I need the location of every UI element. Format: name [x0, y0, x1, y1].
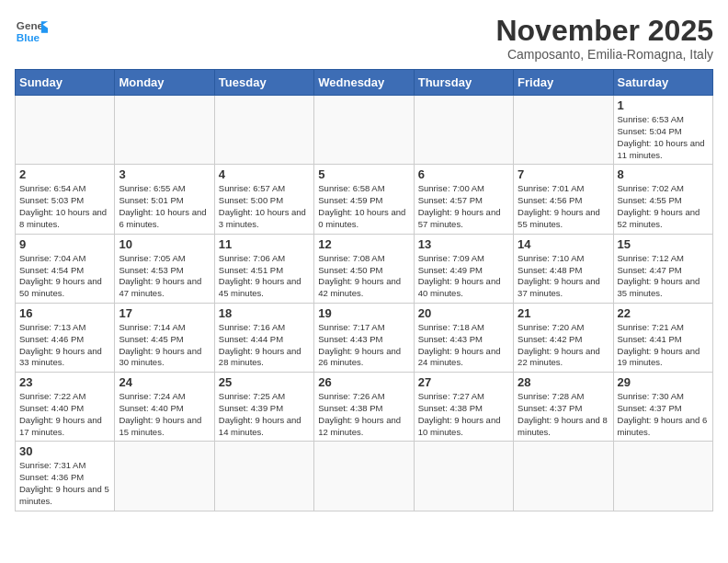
logo-icon: General Blue [15, 15, 48, 48]
calendar-cell: 11Sunrise: 7:06 AM Sunset: 4:51 PM Dayli… [214, 234, 313, 303]
day-info: Sunrise: 7:04 AM Sunset: 4:54 PM Dayligh… [19, 253, 110, 300]
day-info: Sunrise: 7:12 AM Sunset: 4:47 PM Dayligh… [618, 253, 709, 300]
calendar-cell: 9Sunrise: 7:04 AM Sunset: 4:54 PM Daylig… [16, 234, 115, 303]
calendar-cell: 14Sunrise: 7:10 AM Sunset: 4:48 PM Dayli… [514, 234, 613, 303]
calendar-cell [414, 442, 513, 511]
calendar: Sunday Monday Tuesday Wednesday Thursday… [15, 69, 713, 511]
day-number: 3 [119, 167, 210, 181]
day-info: Sunrise: 7:08 AM Sunset: 4:50 PM Dayligh… [318, 253, 409, 300]
calendar-cell [314, 96, 414, 165]
day-number: 4 [219, 167, 310, 181]
day-number: 10 [119, 237, 210, 251]
week-row-1: 1Sunrise: 6:53 AM Sunset: 5:04 PM Daylig… [16, 96, 713, 165]
weekday-header-row: Sunday Monday Tuesday Wednesday Thursday… [16, 70, 713, 96]
week-row-2: 2Sunrise: 6:54 AM Sunset: 5:03 PM Daylig… [16, 165, 713, 234]
calendar-cell: 24Sunrise: 7:24 AM Sunset: 4:40 PM Dayli… [115, 373, 214, 442]
day-info: Sunrise: 6:55 AM Sunset: 5:01 PM Dayligh… [119, 183, 210, 230]
calendar-cell [514, 96, 613, 165]
calendar-cell: 3Sunrise: 6:55 AM Sunset: 5:01 PM Daylig… [115, 165, 214, 234]
day-info: Sunrise: 7:13 AM Sunset: 4:46 PM Dayligh… [19, 322, 110, 369]
day-number: 28 [518, 375, 609, 389]
calendar-cell [414, 96, 513, 165]
day-info: Sunrise: 6:54 AM Sunset: 5:03 PM Dayligh… [19, 183, 110, 230]
header-saturday: Saturday [613, 70, 712, 96]
day-number: 14 [518, 237, 609, 251]
calendar-cell: 26Sunrise: 7:26 AM Sunset: 4:38 PM Dayli… [314, 373, 414, 442]
calendar-cell: 29Sunrise: 7:30 AM Sunset: 4:37 PM Dayli… [613, 373, 712, 442]
header-friday: Friday [514, 70, 613, 96]
day-info: Sunrise: 7:21 AM Sunset: 4:41 PM Dayligh… [618, 322, 709, 369]
day-number: 22 [618, 306, 709, 320]
day-number: 12 [318, 237, 409, 251]
calendar-cell: 6Sunrise: 7:00 AM Sunset: 4:57 PM Daylig… [414, 165, 513, 234]
day-info: Sunrise: 7:24 AM Sunset: 4:40 PM Dayligh… [119, 391, 210, 438]
calendar-cell: 15Sunrise: 7:12 AM Sunset: 4:47 PM Dayli… [613, 234, 712, 303]
calendar-cell: 8Sunrise: 7:02 AM Sunset: 4:55 PM Daylig… [613, 165, 712, 234]
week-row-5: 23Sunrise: 7:22 AM Sunset: 4:40 PM Dayli… [16, 373, 713, 442]
calendar-cell: 2Sunrise: 6:54 AM Sunset: 5:03 PM Daylig… [16, 165, 115, 234]
day-number: 24 [119, 375, 210, 389]
calendar-cell: 22Sunrise: 7:21 AM Sunset: 4:41 PM Dayli… [613, 303, 712, 372]
day-number: 9 [19, 237, 110, 251]
header-tuesday: Tuesday [214, 70, 313, 96]
header: General Blue November 2025 Camposanto, E… [15, 15, 713, 62]
day-info: Sunrise: 7:06 AM Sunset: 4:51 PM Dayligh… [219, 253, 310, 300]
day-info: Sunrise: 7:05 AM Sunset: 4:53 PM Dayligh… [119, 253, 210, 300]
day-info: Sunrise: 7:31 AM Sunset: 4:36 PM Dayligh… [19, 460, 110, 507]
day-info: Sunrise: 7:22 AM Sunset: 4:40 PM Dayligh… [19, 391, 110, 438]
day-info: Sunrise: 7:00 AM Sunset: 4:57 PM Dayligh… [418, 183, 509, 230]
day-info: Sunrise: 6:57 AM Sunset: 5:00 PM Dayligh… [219, 183, 310, 230]
day-number: 20 [418, 306, 509, 320]
calendar-cell: 25Sunrise: 7:25 AM Sunset: 4:39 PM Dayli… [214, 373, 313, 442]
day-number: 21 [518, 306, 609, 320]
day-number: 26 [318, 375, 409, 389]
header-sunday: Sunday [16, 70, 115, 96]
day-number: 19 [318, 306, 409, 320]
day-number: 6 [418, 167, 509, 181]
day-number: 7 [518, 167, 609, 181]
logo: General Blue [15, 15, 48, 48]
day-number: 8 [618, 167, 709, 181]
day-number: 29 [618, 375, 709, 389]
calendar-cell: 18Sunrise: 7:16 AM Sunset: 4:44 PM Dayli… [214, 303, 313, 372]
calendar-cell: 7Sunrise: 7:01 AM Sunset: 4:56 PM Daylig… [514, 165, 613, 234]
day-number: 1 [618, 98, 709, 112]
day-info: Sunrise: 7:18 AM Sunset: 4:43 PM Dayligh… [418, 322, 509, 369]
calendar-cell [214, 96, 313, 165]
title-area: November 2025 Camposanto, Emilia-Romagna… [495, 15, 713, 62]
month-title: November 2025 [495, 15, 713, 47]
calendar-cell: 30Sunrise: 7:31 AM Sunset: 4:36 PM Dayli… [16, 442, 115, 511]
calendar-cell: 17Sunrise: 7:14 AM Sunset: 4:45 PM Dayli… [115, 303, 214, 372]
calendar-cell [613, 442, 712, 511]
day-info: Sunrise: 6:58 AM Sunset: 4:59 PM Dayligh… [318, 183, 409, 230]
calendar-cell [214, 442, 313, 511]
day-number: 11 [219, 237, 310, 251]
calendar-cell: 23Sunrise: 7:22 AM Sunset: 4:40 PM Dayli… [16, 373, 115, 442]
calendar-cell: 1Sunrise: 6:53 AM Sunset: 5:04 PM Daylig… [613, 96, 712, 165]
day-info: Sunrise: 7:02 AM Sunset: 4:55 PM Dayligh… [618, 183, 709, 230]
week-row-6: 30Sunrise: 7:31 AM Sunset: 4:36 PM Dayli… [16, 442, 713, 511]
calendar-cell [115, 442, 214, 511]
day-number: 30 [19, 444, 110, 458]
calendar-cell: 19Sunrise: 7:17 AM Sunset: 4:43 PM Dayli… [314, 303, 414, 372]
header-monday: Monday [115, 70, 214, 96]
day-info: Sunrise: 7:01 AM Sunset: 4:56 PM Dayligh… [518, 183, 609, 230]
day-number: 23 [19, 375, 110, 389]
day-info: Sunrise: 7:27 AM Sunset: 4:38 PM Dayligh… [418, 391, 509, 438]
day-info: Sunrise: 7:30 AM Sunset: 4:37 PM Dayligh… [618, 391, 709, 438]
calendar-cell: 5Sunrise: 6:58 AM Sunset: 4:59 PM Daylig… [314, 165, 414, 234]
week-row-4: 16Sunrise: 7:13 AM Sunset: 4:46 PM Dayli… [16, 303, 713, 372]
day-info: Sunrise: 6:53 AM Sunset: 5:04 PM Dayligh… [618, 114, 709, 161]
calendar-cell: 28Sunrise: 7:28 AM Sunset: 4:37 PM Dayli… [514, 373, 613, 442]
day-number: 18 [219, 306, 310, 320]
calendar-cell [314, 442, 414, 511]
calendar-cell: 12Sunrise: 7:08 AM Sunset: 4:50 PM Dayli… [314, 234, 414, 303]
day-number: 15 [618, 237, 709, 251]
day-number: 16 [19, 306, 110, 320]
day-info: Sunrise: 7:10 AM Sunset: 4:48 PM Dayligh… [518, 253, 609, 300]
calendar-cell: 21Sunrise: 7:20 AM Sunset: 4:42 PM Dayli… [514, 303, 613, 372]
day-info: Sunrise: 7:20 AM Sunset: 4:42 PM Dayligh… [518, 322, 609, 369]
day-number: 2 [19, 167, 110, 181]
day-info: Sunrise: 7:25 AM Sunset: 4:39 PM Dayligh… [219, 391, 310, 438]
calendar-cell [115, 96, 214, 165]
